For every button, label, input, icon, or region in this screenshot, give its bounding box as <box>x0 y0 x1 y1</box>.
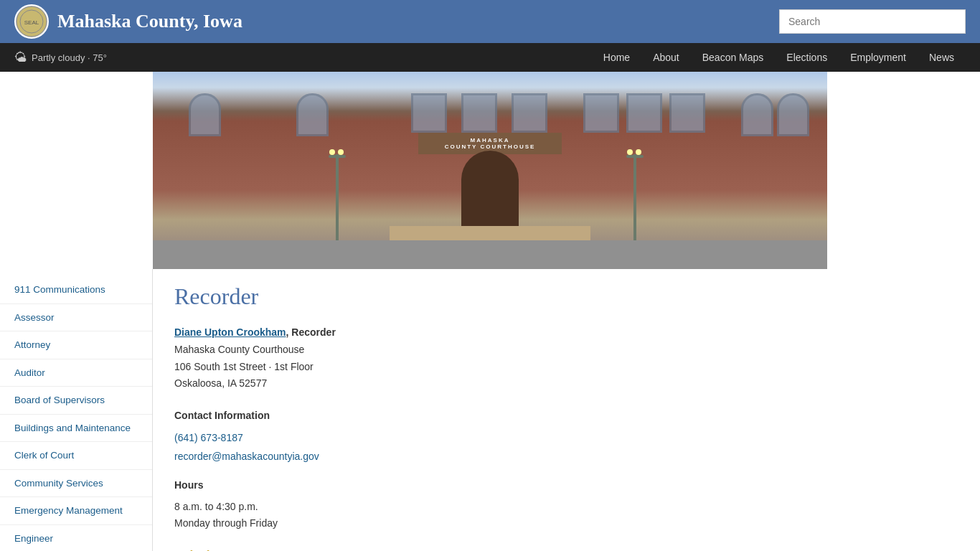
hours-label: Hours <box>174 477 958 494</box>
sidebar-item-attorney[interactable]: Attorney <box>0 331 152 359</box>
nav-employment[interactable]: Employment <box>839 43 918 72</box>
phone-number: (641) 673-8187 <box>174 429 958 447</box>
hours-line1: 8 a.m. to 4:30 p.m. <box>174 499 958 516</box>
phone-link[interactable]: (641) 673-8187 <box>174 432 243 443</box>
recorder-info: Diane Upton Crookham, Recorder Mahaska C… <box>174 324 958 392</box>
sidebar-item-board[interactable]: Board of Supervisors <box>0 387 152 415</box>
nav-home[interactable]: Home <box>592 43 641 72</box>
address-line3: Oskaloosa, IA 52577 <box>174 375 958 392</box>
nav-about[interactable]: About <box>641 43 691 72</box>
contact-section-label: Contact Information <box>174 407 958 425</box>
header-left: SEAL Mahaska County, Iowa <box>14 4 242 39</box>
nav-links: Home About Beacon Maps Elections Employm… <box>592 43 966 72</box>
main-content: 911 Communications Assessor Attorney Aud… <box>0 269 980 551</box>
nav-elections[interactable]: Elections <box>775 43 839 72</box>
address-line2: 106 South 1st Street · 1st Floor <box>174 359 958 376</box>
search-input[interactable] <box>779 9 966 34</box>
site-header: SEAL Mahaska County, Iowa <box>0 0 980 43</box>
sidebar-item-emergency[interactable]: Emergency Management <box>0 497 152 525</box>
sidebar: 911 Communications Assessor Attorney Aud… <box>0 269 153 551</box>
hours-info: Hours 8 a.m. to 4:30 p.m. Monday through… <box>174 477 958 532</box>
page-content: Recorder Diane Upton Crookham, Recorder … <box>153 269 980 551</box>
nav-beacon-maps[interactable]: Beacon Maps <box>691 43 776 72</box>
mission-statement-heading: Mission Statement <box>174 547 958 551</box>
email-address: recorder@mahaskacountyia.gov <box>174 448 958 466</box>
hours-line2: Monday through Friday <box>174 515 958 532</box>
county-seal: SEAL <box>14 4 49 39</box>
sidebar-item-engineer[interactable]: Engineer <box>0 525 152 551</box>
sidebar-item-buildings[interactable]: Buildings and Maintenance <box>0 415 152 443</box>
contact-info: Contact Information (641) 673-8187 recor… <box>174 407 958 466</box>
page-title: Recorder <box>174 283 958 310</box>
sidebar-item-911[interactable]: 911 Communications <box>0 276 152 304</box>
navigation-bar: 🌤 Partly cloudy · 75° Home About Beacon … <box>0 43 980 72</box>
svg-text:SEAL: SEAL <box>24 19 39 26</box>
sidebar-item-assessor[interactable]: Assessor <box>0 304 152 332</box>
email-link[interactable]: recorder@mahaskacountyia.gov <box>174 451 319 462</box>
sidebar-item-clerk[interactable]: Clerk of Court <box>0 442 152 470</box>
sidebar-item-community[interactable]: Community Services <box>0 470 152 498</box>
recorder-title: , Recorder <box>286 326 336 338</box>
site-title: Mahaska County, Iowa <box>57 11 242 32</box>
recorder-name-line: Diane Upton Crookham, Recorder <box>174 324 958 342</box>
nav-news[interactable]: News <box>918 43 966 72</box>
recorder-name-link[interactable]: Diane Upton Crookham <box>174 326 286 338</box>
weather-text: Partly cloudy · 75° <box>32 52 107 63</box>
weather-icon: 🌤 <box>14 50 27 65</box>
address-line1: Mahaska County Courthouse <box>174 342 958 359</box>
hero-image: MAHASKACOUNTY COURTHOUSE <box>153 72 827 269</box>
weather-display: 🌤 Partly cloudy · 75° <box>14 50 107 65</box>
sidebar-item-auditor[interactable]: Auditor <box>0 359 152 387</box>
